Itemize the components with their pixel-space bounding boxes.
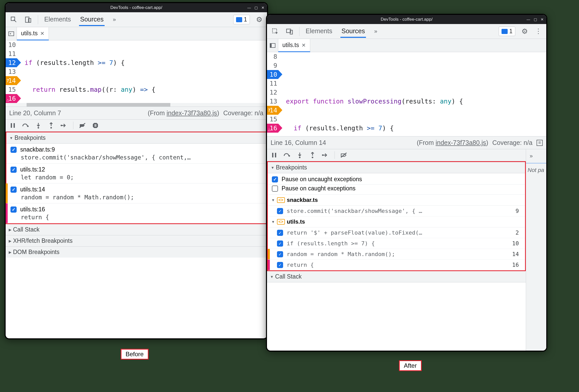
close-window-icon[interactable]: ✕ — [541, 17, 544, 21]
breakpoint-item[interactable]: utils.ts:16 return { — [6, 203, 266, 223]
pause-uncaught-option[interactable]: Pause on uncaught exceptions — [268, 173, 525, 185]
line-15[interactable]: 15 — [6, 85, 17, 94]
code-content[interactable]: if (results.length >= 7) { return result… — [19, 40, 267, 107]
dom-breakpoints-header[interactable]: ▶DOM Breakpoints — [6, 247, 267, 258]
minimize-icon[interactable]: — — [247, 6, 251, 10]
settings-icon[interactable]: ⚙ — [255, 14, 263, 25]
tab-sources[interactable]: Sources — [340, 25, 366, 38]
checkbox-icon[interactable] — [10, 147, 17, 153]
conditional-breakpoint-line-14[interactable]: 14 — [267, 106, 278, 115]
tab-elements[interactable]: Elements — [305, 25, 333, 38]
checkbox-icon[interactable] — [10, 187, 17, 193]
tab-sources[interactable]: Sources — [79, 13, 105, 26]
checkbox-icon[interactable] — [277, 262, 283, 268]
breakpoint-row[interactable]: store.commit('snackbar/showMessage', { …… — [268, 206, 525, 216]
inspect-icon[interactable] — [9, 15, 18, 24]
deactivate-breakpoints-icon[interactable] — [79, 122, 86, 129]
callstack-header[interactable]: ▼Call Stack — [267, 271, 526, 282]
breakpoint-item[interactable]: utils.ts:14 random = random * Math.rando… — [6, 183, 266, 203]
checkbox-icon[interactable] — [10, 167, 17, 173]
breakpoints-header[interactable]: ▼ Breakpoints — [268, 162, 525, 173]
checkbox-icon[interactable] — [272, 186, 278, 192]
step-into-icon[interactable] — [35, 122, 42, 129]
step-icon[interactable] — [322, 152, 329, 159]
xhr-breakpoints-header[interactable]: ▶XHR/fetch Breakpoints — [6, 235, 267, 247]
logpoint-line-16[interactable]: 16 — [267, 124, 278, 133]
code-content[interactable]: export function slowProcessing(results: … — [281, 52, 546, 136]
navigator-toggle-icon[interactable] — [267, 39, 278, 52]
breakpoint-line-12[interactable]: 12 — [6, 58, 17, 67]
source-map-link[interactable]: index-73f73a80.js — [166, 109, 217, 117]
pause-icon[interactable] — [9, 122, 16, 129]
line-11[interactable]: 11 — [6, 49, 17, 58]
breakpoint-row[interactable]: if (results.length >= 7) { 10 — [268, 238, 525, 249]
file-group-utils[interactable]: ▼ <> utils.ts — [268, 216, 525, 227]
inspect-icon[interactable] — [271, 27, 280, 36]
breakpoints-header[interactable]: ▼ Breakpoints — [6, 132, 266, 144]
pause-exceptions-icon[interactable] — [92, 122, 99, 129]
checkbox-icon[interactable] — [277, 240, 283, 247]
console-msg-badge[interactable]: 1 — [233, 15, 250, 24]
more-options-icon[interactable]: ⋮ — [534, 26, 543, 36]
step-out-icon[interactable] — [48, 122, 55, 129]
line-11[interactable]: 11 — [267, 79, 278, 88]
more-tabs-icon[interactable]: » — [112, 13, 117, 26]
line-13[interactable]: 13 — [267, 97, 278, 106]
step-over-icon[interactable] — [283, 152, 291, 159]
line-gutter[interactable]: 10 11 12 13 14 15 16 — [6, 40, 19, 107]
file-tab-utils[interactable]: utils.ts ✕ — [17, 27, 49, 40]
step-icon[interactable] — [60, 122, 68, 129]
step-over-icon[interactable] — [22, 122, 29, 129]
checkbox-icon[interactable] — [277, 230, 283, 236]
close-window-icon[interactable]: ✕ — [261, 6, 264, 10]
horizontal-scrollbar[interactable] — [6, 103, 267, 107]
breakpoint-item[interactable]: snackbar.ts:9 store.commit('snackbar/sho… — [6, 144, 266, 164]
ts-file-icon: <> — [277, 197, 285, 203]
settings-icon[interactable]: ⚙ — [520, 26, 529, 37]
tab-elements[interactable]: Elements — [43, 13, 72, 26]
svg-point-6 — [38, 127, 39, 129]
line-10[interactable]: 10 — [6, 40, 17, 49]
step-out-icon[interactable] — [309, 152, 316, 159]
logpoint-line-16[interactable]: 16 — [6, 94, 17, 103]
checkbox-icon[interactable] — [277, 208, 283, 214]
file-tab-utils[interactable]: utils.ts ✕ — [278, 39, 310, 52]
line-gutter[interactable]: 8 9 10 11 12 13 14 15 16 — [267, 52, 281, 136]
breakpoint-item[interactable]: utils.ts:12 let random = 0; — [6, 164, 266, 183]
step-into-icon[interactable] — [296, 152, 303, 159]
code-editor[interactable]: 8 9 10 11 12 13 14 15 16 export function… — [267, 52, 546, 136]
pause-icon[interactable] — [271, 152, 278, 159]
expand-tabs-icon[interactable]: » — [526, 149, 546, 163]
line-9[interactable]: 9 — [267, 61, 278, 70]
pretty-print-icon[interactable]: ≡ — [537, 140, 543, 146]
console-msg-badge[interactable]: 1 — [499, 27, 515, 36]
minimize-icon[interactable]: — — [527, 17, 530, 21]
checkbox-icon[interactable] — [10, 206, 17, 213]
device-mode-icon[interactable] — [24, 15, 33, 24]
line-12[interactable]: 12 — [267, 88, 278, 97]
navigator-toggle-icon[interactable] — [6, 27, 17, 40]
maximize-icon[interactable]: ▢ — [534, 17, 537, 21]
source-map-link[interactable]: index-73f73a80.js — [436, 139, 486, 146]
line-8[interactable]: 8 — [267, 52, 278, 61]
more-tabs-icon[interactable]: » — [373, 25, 378, 38]
close-icon[interactable]: ✕ — [302, 42, 306, 48]
maximize-icon[interactable]: ▢ — [254, 6, 258, 10]
file-group-snackbar[interactable]: ▼ <> snackbar.ts — [268, 195, 525, 206]
checkbox-icon[interactable] — [277, 251, 283, 257]
code-editor[interactable]: 10 11 12 13 14 15 16 if (results.length … — [6, 40, 267, 107]
main-toolbar: Elements Sources » 1 ⚙ ⋮ — [267, 24, 546, 39]
line-15[interactable]: 15 — [267, 115, 278, 124]
line-13[interactable]: 13 — [6, 67, 17, 76]
checkbox-icon[interactable] — [272, 176, 278, 182]
breakpoint-row[interactable]: return { 16 — [268, 260, 525, 270]
deactivate-breakpoints-icon[interactable] — [340, 152, 348, 159]
callstack-header[interactable]: ▶Call Stack — [6, 224, 267, 235]
device-mode-icon[interactable] — [285, 27, 294, 36]
breakpoint-line-10[interactable]: 10 — [267, 70, 278, 79]
breakpoint-row[interactable]: random = random * Math.random(); 14 — [268, 249, 525, 260]
close-icon[interactable]: ✕ — [40, 30, 44, 37]
pause-caught-option[interactable]: Pause on caught exceptions — [268, 185, 525, 195]
breakpoint-row[interactable]: return '$' + parseFloat(value).toFixed(…… — [268, 227, 525, 238]
conditional-breakpoint-line-14[interactable]: 14 — [6, 76, 17, 85]
